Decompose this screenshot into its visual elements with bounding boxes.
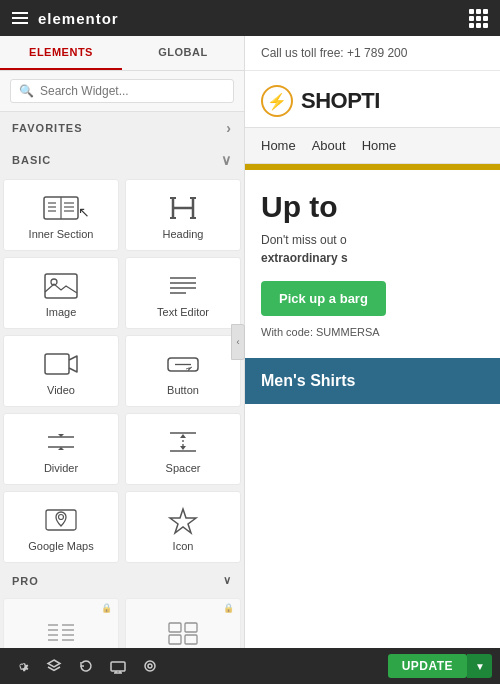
hero-title: Up to <box>261 190 484 223</box>
svg-rect-48 <box>185 635 197 644</box>
nav-item-about: About <box>312 138 346 153</box>
widget-text-editor[interactable]: Text Editor <box>125 257 241 329</box>
widget-spacer[interactable]: Spacer <box>125 413 241 485</box>
preview-logo-text: SHOPTI <box>301 88 380 114</box>
preview-product-banner: Men's Shirts <box>245 358 500 404</box>
hero-code: With code: SUMMERSA <box>261 326 484 338</box>
lock-icon-1: 🔒 <box>101 603 112 613</box>
favorites-label: FAVORITES <box>12 122 83 134</box>
settings-button[interactable] <box>8 654 36 678</box>
icon-widget-icon <box>165 506 201 534</box>
preview-nav: Home About Home <box>245 127 500 164</box>
image-icon <box>43 272 79 300</box>
svg-marker-33 <box>180 446 186 450</box>
widget-divider[interactable]: Divider <box>3 413 119 485</box>
widget-inner-section[interactable]: Inner Section ↖ <box>3 179 119 251</box>
layers-button[interactable] <box>40 654 68 678</box>
apps-grid-icon[interactable] <box>469 9 488 28</box>
widget-google-maps-label: Google Maps <box>28 540 93 552</box>
preview-logo-area: ⚡ SHOPTI <box>245 71 500 127</box>
svg-point-55 <box>148 664 152 668</box>
preview-topbar: Call us toll free: +1 789 200 <box>245 36 500 71</box>
hero-button[interactable]: Pick up a barg <box>261 281 386 316</box>
svg-marker-32 <box>180 434 186 438</box>
favorites-chevron-icon: › <box>226 120 232 136</box>
tab-elements[interactable]: ELEMENTS <box>0 36 122 70</box>
tab-global[interactable]: GLOBAL <box>122 36 244 70</box>
svg-rect-45 <box>169 623 181 632</box>
heading-icon <box>165 194 201 222</box>
svg-point-54 <box>145 661 155 671</box>
pro-widget-1[interactable]: 🔒 <box>3 598 119 648</box>
pro-icon-2 <box>165 619 201 647</box>
nav-item-home: Home <box>261 138 296 153</box>
widget-button[interactable]: Button <box>125 335 241 407</box>
search-box: 🔍 <box>0 71 244 112</box>
menu-icon[interactable] <box>12 12 28 24</box>
right-preview: Call us toll free: +1 789 200 ⚡ SHOPTI H… <box>245 36 500 648</box>
left-panel: ELEMENTS GLOBAL 🔍 FAVORITES › BASIC ∨ <box>0 36 245 648</box>
svg-rect-46 <box>185 623 197 632</box>
text-editor-icon <box>165 272 201 300</box>
widget-video[interactable]: Video <box>3 335 119 407</box>
widget-divider-label: Divider <box>44 462 78 474</box>
search-icon: 🔍 <box>19 84 34 98</box>
svg-rect-50 <box>111 662 125 671</box>
svg-rect-15 <box>45 274 77 298</box>
widget-image-label: Image <box>46 306 77 318</box>
update-button[interactable]: UPDATE <box>388 654 467 678</box>
svg-marker-49 <box>48 660 60 667</box>
search-input-wrap: 🔍 <box>10 79 234 103</box>
widget-text-editor-label: Text Editor <box>157 306 209 318</box>
update-dropdown-button[interactable]: ▼ <box>467 654 492 678</box>
hero-subtitle: Don't miss out o extraordinary s <box>261 231 484 267</box>
preview-hero: Up to Don't miss out o extraordinary s P… <box>245 170 500 350</box>
google-maps-icon <box>43 506 79 534</box>
history-button[interactable] <box>72 654 100 678</box>
widget-video-label: Video <box>47 384 75 396</box>
widget-google-maps[interactable]: Google Maps <box>3 491 119 563</box>
widget-heading[interactable]: Heading <box>125 179 241 251</box>
svg-rect-21 <box>45 354 69 374</box>
hero-subtitle-text2: extraordinary s <box>261 251 348 265</box>
responsive-button[interactable] <box>104 654 132 678</box>
panel-tabs: ELEMENTS GLOBAL <box>0 36 244 71</box>
preview-button[interactable] <box>136 654 164 678</box>
pro-chevron-icon: ∨ <box>223 574 232 587</box>
favorites-section-header[interactable]: FAVORITES › <box>0 112 244 144</box>
inner-section-icon <box>43 194 79 222</box>
top-bar-right <box>469 9 488 28</box>
panel-collapse-toggle[interactable]: ‹ <box>231 324 245 360</box>
basic-chevron-icon: ∨ <box>221 152 232 168</box>
pro-icon-1 <box>43 619 79 647</box>
svg-point-35 <box>59 515 64 520</box>
basic-section-header[interactable]: BASIC ∨ <box>0 144 244 176</box>
bottom-toolbar: UPDATE ▼ <box>0 648 500 684</box>
widget-button-label: Button <box>167 384 199 396</box>
main-layout: ELEMENTS GLOBAL 🔍 FAVORITES › BASIC ∨ <box>0 36 500 648</box>
widget-spacer-label: Spacer <box>166 462 201 474</box>
basic-label: BASIC <box>12 154 51 166</box>
lock-icon-2: 🔒 <box>223 603 234 613</box>
pro-widgets-grid: 🔒 🔒 <box>0 595 244 648</box>
top-bar: elementor <box>0 0 500 36</box>
button-icon <box>165 350 201 378</box>
spacer-icon <box>165 428 201 456</box>
widget-heading-label: Heading <box>163 228 204 240</box>
hero-subtitle-text1: Don't miss out o <box>261 233 347 247</box>
widget-inner-section-label: Inner Section <box>29 228 94 240</box>
svg-marker-36 <box>170 509 196 533</box>
search-input[interactable] <box>40 84 225 98</box>
widget-icon[interactable]: Icon <box>125 491 241 563</box>
pro-widget-2[interactable]: 🔒 <box>125 598 241 648</box>
app-title: elementor <box>38 10 119 27</box>
video-icon <box>43 350 79 378</box>
logo-bolt-icon: ⚡ <box>261 85 293 117</box>
widget-image[interactable]: Image <box>3 257 119 329</box>
pro-label: PRO <box>12 575 39 587</box>
widget-icon-label: Icon <box>173 540 194 552</box>
call-text: Call us toll free: +1 789 200 <box>261 46 407 60</box>
preview-content: ⚡ SHOPTI Home About Home Up to Don't mis… <box>245 71 500 647</box>
pro-section-header[interactable]: PRO ∨ <box>0 566 244 595</box>
svg-rect-47 <box>169 635 181 644</box>
